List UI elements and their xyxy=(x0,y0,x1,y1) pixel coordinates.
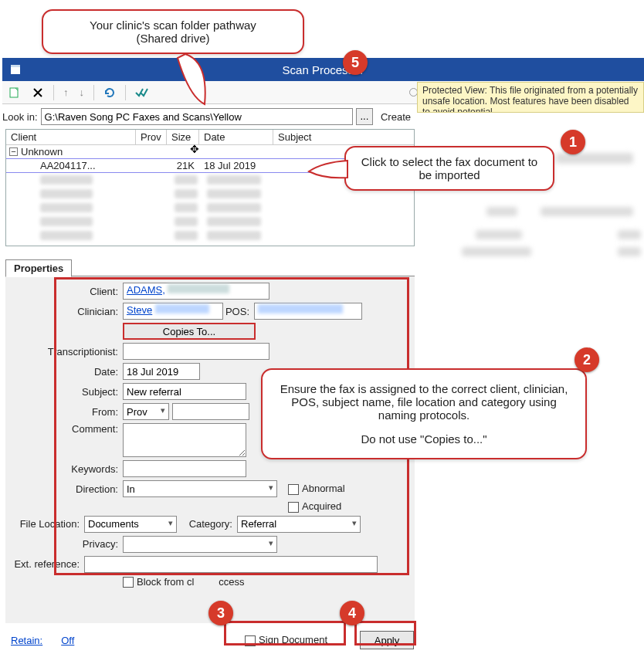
acquired-checkbox[interactable] xyxy=(288,502,299,513)
col-prov[interactable]: Prov xyxy=(136,130,167,144)
label-transcriptionist: Transcriptionist: xyxy=(5,346,123,357)
col-date[interactable]: Date xyxy=(199,130,273,144)
blurred-content xyxy=(486,207,517,216)
callout-select-fax: Click to select the fax document to be i… xyxy=(344,146,554,191)
blurred-content xyxy=(618,247,641,256)
label-pos: POS: xyxy=(223,306,254,317)
date-field[interactable] xyxy=(123,363,200,380)
callout-text: Click to select the fax document to be i… xyxy=(361,155,537,181)
retain-off[interactable]: Off xyxy=(61,635,74,646)
label-date: Date: xyxy=(5,366,123,378)
callout-text: Ensure the fax is assigned to the correc… xyxy=(278,382,570,422)
apply-button[interactable]: Apply xyxy=(360,631,414,649)
lookin-label: Look in: xyxy=(2,111,38,123)
app-icon xyxy=(2,58,29,81)
comment-field[interactable] xyxy=(123,423,246,457)
col-subject[interactable]: Subject xyxy=(273,130,414,144)
privacy-select[interactable] xyxy=(123,536,277,553)
svg-rect-0 xyxy=(11,67,20,74)
blurred-content xyxy=(462,247,531,256)
pos-field[interactable] xyxy=(254,303,362,320)
group-label: Unknown xyxy=(21,146,63,158)
client-field[interactable]: ADAMS, xyxy=(123,283,269,300)
cell-client: AA204117... xyxy=(6,160,136,171)
properties-tab[interactable]: Properties xyxy=(5,259,72,277)
callout-select-tail xyxy=(307,158,354,188)
cell-prov xyxy=(136,160,167,171)
copies-to-button[interactable]: Copies To... xyxy=(123,323,256,340)
down-icon[interactable]: ↓ xyxy=(76,85,88,100)
bottom-bar: Retain: Off Sign Document Apply xyxy=(11,631,414,649)
clinician-field[interactable]: Steve xyxy=(123,303,223,320)
title-bar: Scan Processor xyxy=(2,58,644,81)
check-icon[interactable] xyxy=(132,86,152,100)
callout-pathway: Your clinic's scan folder pathway (Share… xyxy=(42,9,304,54)
cell-size: 21K xyxy=(167,160,199,171)
up-icon[interactable]: ↑ xyxy=(60,85,72,100)
label-block: Block from client access xyxy=(137,576,244,588)
collapse-icon[interactable]: − xyxy=(9,147,18,156)
block-access-checkbox[interactable] xyxy=(123,577,134,588)
label-privacy: Privacy: xyxy=(5,538,123,550)
callout-text-2: Do not use "Copies to..." xyxy=(278,432,570,446)
label-from: From: xyxy=(5,406,123,418)
callout-pathway-tail xyxy=(170,54,224,116)
create-button[interactable]: Create xyxy=(376,111,415,123)
protected-view-banner: Protected View: This file originated fro… xyxy=(417,82,644,113)
refresh-icon[interactable] xyxy=(100,85,119,100)
label-comment: Comment: xyxy=(5,423,123,435)
subject-field[interactable] xyxy=(123,383,246,400)
label-clinician: Clinician: xyxy=(5,306,123,317)
label-subject: Subject: xyxy=(5,386,123,398)
sign-document-checkbox[interactable] xyxy=(245,635,256,646)
callout-text: Your clinic's scan folder pathway (Share… xyxy=(90,19,256,45)
keywords-field[interactable] xyxy=(123,460,246,477)
badge-2: 2 xyxy=(575,347,599,372)
badge-1: 1 xyxy=(561,130,585,154)
new-icon[interactable] xyxy=(5,85,24,100)
label-acquired: Acquired xyxy=(302,500,341,512)
ext-reference-field[interactable] xyxy=(84,556,378,573)
badge-4: 4 xyxy=(340,601,364,625)
category-select[interactable] xyxy=(237,516,361,533)
label-client: Client: xyxy=(5,286,123,297)
file-location-select[interactable] xyxy=(84,516,177,533)
direction-select[interactable] xyxy=(123,480,277,497)
callout-assign: Ensure the fax is assigned to the correc… xyxy=(261,368,587,459)
from-field[interactable] xyxy=(172,403,249,420)
delete-icon[interactable] xyxy=(29,85,47,100)
label-direction: Direction: xyxy=(5,483,123,495)
label-abnormal: Abnormal xyxy=(302,483,345,494)
label-sign: Sign Document xyxy=(259,634,327,646)
cell-date: 18 Jul 2019 xyxy=(199,160,273,171)
blurred-content xyxy=(618,230,641,239)
from-type-select[interactable] xyxy=(123,403,169,420)
badge-5: 5 xyxy=(343,50,368,75)
blurred-content xyxy=(556,153,633,164)
label-ext-reference: Ext. reference: xyxy=(5,558,84,570)
retain-link[interactable]: Retain: xyxy=(11,635,42,646)
label-category: Category: xyxy=(177,518,237,530)
move-cursor-icon: ✥ xyxy=(190,143,199,155)
transcriptionist-field[interactable] xyxy=(123,343,269,360)
blurred-content xyxy=(541,207,633,216)
badge-3: 3 xyxy=(208,601,233,625)
label-keywords: Keywords: xyxy=(5,463,123,475)
abnormal-checkbox[interactable] xyxy=(288,484,299,495)
blurred-content xyxy=(476,230,522,239)
label-file-location: File Location: xyxy=(5,518,84,530)
grid-header: Client Prov Size Date Subject xyxy=(6,130,414,145)
svg-rect-1 xyxy=(11,65,20,67)
browse-button[interactable]: ... xyxy=(356,108,373,125)
col-client[interactable]: Client xyxy=(6,130,136,144)
